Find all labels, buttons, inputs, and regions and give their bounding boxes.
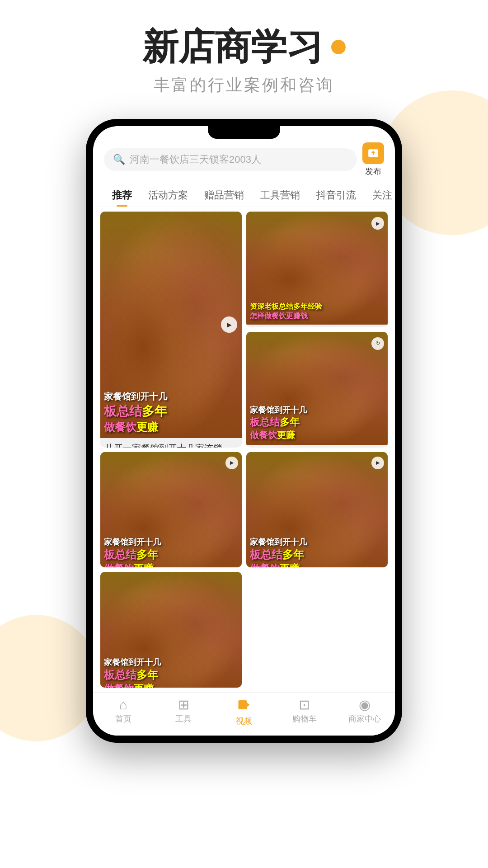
tab-tool[interactable]: 工具营销	[252, 184, 308, 207]
video-card-bottom[interactable]: 家餐馆到开十几 板总结多年 做餐饮更赚 从开一家餐馆到开十几家连	[100, 572, 242, 688]
phone-notch	[208, 126, 280, 139]
video-title-large: 从开一家餐馆到开十几家连锁店，资深老板教你如...	[105, 442, 237, 448]
phone-screen: 🔍 河南一餐饮店三天锁客2003人 发布 推荐	[93, 126, 395, 736]
tab-recommend[interactable]: 推荐	[104, 184, 140, 207]
cart-icon: ⊡	[299, 698, 310, 712]
search-placeholder-text: 河南一餐饮店三天锁客2003人	[130, 153, 261, 166]
video-overlay-r2l: 家餐馆到开十几 板总结多年 做餐饮更赚	[100, 533, 242, 567]
nav-cart-label: 购物车	[292, 713, 317, 724]
tab-bar: 推荐 活动方案 赠品营销 工具营销 抖音引流 关注	[93, 184, 395, 207]
video-thumbnail-r2l: 家餐馆到开十几 板总结多年 做餐饮更赚 ▶	[100, 452, 242, 568]
play-button-r2r[interactable]: ▶	[371, 457, 384, 469]
video-thumbnail-large: 家餐馆到开十几 板总结多年 做餐饮更赚 ▶	[100, 212, 242, 438]
video-overlay-tr: 资深老板总结多年经验 怎样做餐饮更赚钱	[246, 298, 388, 325]
video-icon	[237, 698, 251, 714]
video-info-br: 从开一家餐馆到开十几家连锁店，资深老板教你如... 于翠红 4340次播放	[246, 445, 388, 447]
nav-video-label: 视频	[236, 716, 252, 726]
publish-label: 发布	[365, 166, 381, 177]
title-text: 新店商学习	[142, 27, 323, 67]
video-thumbnail-bot: 家餐馆到开十几 板总结多年 做餐饮更赚	[100, 572, 242, 688]
search-input[interactable]: 🔍 河南一餐饮店三天锁客2003人	[104, 148, 357, 171]
app-content: 🔍 河南一餐饮店三天锁客2003人 发布 推荐	[93, 126, 395, 736]
nav-video[interactable]: 视频	[214, 698, 274, 726]
nav-tools[interactable]: ⊞ 工具	[154, 698, 214, 726]
home-icon: ⌂	[119, 698, 127, 712]
play-button-tr[interactable]: ▶	[371, 217, 384, 230]
video-overlay-bot: 家餐馆到开十几 板总结多年 做餐饮更赚	[100, 653, 242, 688]
video-info-large: 从开一家餐馆到开十几家连锁店，资深老板教你如... 于翠红 4340次播放	[100, 438, 242, 448]
video-overlay-br: 家餐馆到开十几 板总结多年 做餐饮更赚	[246, 401, 388, 445]
publish-icon	[362, 142, 384, 164]
video-card-row2-left[interactable]: 家餐馆到开十几 板总结多年 做餐饮更赚 ▶ 从开一家餐馆到开十几家连锁店，资深老…	[100, 452, 242, 568]
publish-button[interactable]: 发布	[362, 142, 384, 177]
search-icon: 🔍	[113, 154, 125, 165]
nav-tools-label: 工具	[175, 713, 192, 724]
tab-activity[interactable]: 活动方案	[140, 184, 196, 207]
tab-gift[interactable]: 赠品营销	[196, 184, 252, 207]
video-card-large[interactable]: 家餐馆到开十几 板总结多年 做餐饮更赚 ▶ 从开一家餐馆到开十几家连锁店，资深老…	[100, 212, 242, 448]
merchant-icon: ◉	[359, 698, 371, 712]
play-button-r2l[interactable]: ▶	[225, 457, 238, 469]
video-overlay-large: 家餐馆到开十几 板总结多年 做餐饮更赚	[100, 387, 242, 438]
tab-follow[interactable]: 关注	[364, 184, 395, 207]
page-header: 新店商学习 丰富的行业案例和咨询	[0, 0, 488, 110]
video-card-row2-right[interactable]: 家餐馆到开十几 板总结多年 做餐饮更赚 ▶ 从开一家餐馆到开十几家连锁店，资深老…	[246, 452, 388, 568]
video-grid: 家餐馆到开十几 板总结多年 做餐饮更赚 ▶ 从开一家餐馆到开十几家连锁店，资深老…	[93, 207, 395, 692]
video-overlay-r2r: 家餐馆到开十几 板总结多年 做餐饮更赚	[246, 533, 388, 567]
video-card-top-right[interactable]: 资深老板总结多年经验 怎样做餐饮更赚钱 ▶ 引流招商峰会中 于翠红	[246, 212, 388, 327]
play-button-large[interactable]: ▶	[221, 316, 237, 333]
video-thumbnail-br: 家餐馆到开十几 板总结多年 做餐饮更赚 ↻	[246, 332, 388, 445]
title-dot	[331, 40, 346, 54]
video-card-bottom-right[interactable]: 家餐馆到开十几 板总结多年 做餐饮更赚 ↻ 从开一家餐馆到开十几家连锁店，资深老…	[246, 332, 388, 448]
svg-rect-0	[238, 700, 247, 709]
tools-icon: ⊞	[178, 698, 189, 712]
video-info-tr: 引流招商峰会中 于翠红 4340次播放	[246, 325, 388, 327]
nav-home-label: 首页	[115, 713, 131, 724]
phone-frame: 🔍 河南一餐饮店三天锁客2003人 发布 推荐	[86, 119, 402, 743]
nav-merchant[interactable]: ◉ 商家中心	[334, 698, 395, 726]
tab-douyin[interactable]: 抖音引流	[308, 184, 364, 207]
video-thumbnail-r2r: 家餐馆到开十几 板总结多年 做餐饮更赚 ▶	[246, 452, 388, 568]
nav-merchant-label: 商家中心	[348, 713, 381, 724]
video-thumbnail-tr: 资深老板总结多年经验 怎样做餐饮更赚钱 ▶	[246, 212, 388, 325]
page-subtitle: 丰富的行业案例和咨询	[0, 74, 488, 96]
bottom-navigation: ⌂ 首页 ⊞ 工具 视频	[93, 692, 395, 736]
nav-cart[interactable]: ⊡ 购物车	[274, 698, 335, 726]
page-title: 新店商学习	[0, 27, 488, 67]
phone-wrapper: 🔍 河南一餐饮店三天锁客2003人 发布 推荐	[0, 119, 488, 743]
nav-home[interactable]: ⌂ 首页	[93, 698, 154, 726]
play-button-br[interactable]: ↻	[371, 337, 384, 350]
